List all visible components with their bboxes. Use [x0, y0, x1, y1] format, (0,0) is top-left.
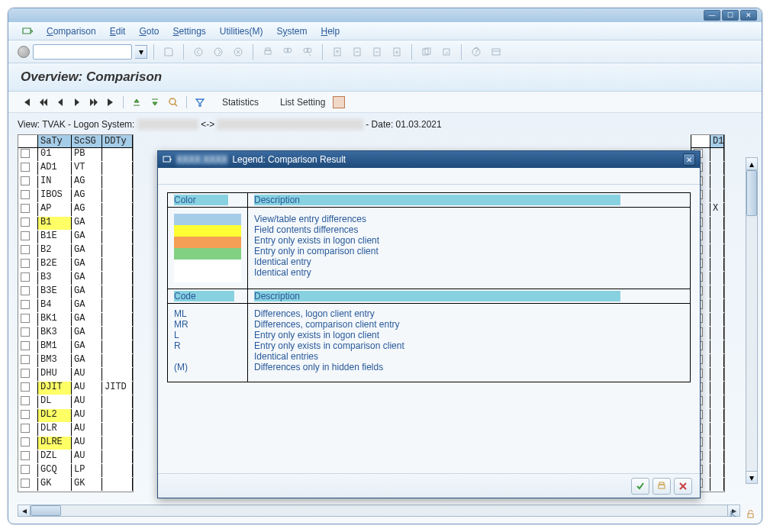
menu-system[interactable]: SystemSystem [276, 26, 307, 37]
fast-back-button[interactable] [37, 96, 50, 108]
list-setting-button[interactable]: List Setting [277, 97, 328, 108]
filter-icon[interactable] [193, 96, 207, 108]
command-field[interactable] [33, 44, 132, 60]
legend-swatch [174, 260, 241, 271]
cell-saty: DL2 [38, 409, 72, 422]
row-checkbox[interactable] [18, 258, 38, 271]
row-checkbox[interactable] [18, 395, 38, 408]
row-checkbox[interactable] [18, 382, 38, 395]
legend-close-button[interactable]: ✕ [683, 153, 695, 166]
table-row[interactable]: DLRAU [18, 423, 133, 437]
row-checkbox[interactable] [18, 148, 38, 161]
table-row[interactable]: APAG [18, 203, 133, 217]
minimize-button[interactable]: — [704, 10, 720, 21]
vscroll-thumb[interactable] [746, 170, 757, 216]
menu-edit[interactable]: EditEdit [110, 26, 126, 37]
row-checkbox[interactable] [18, 327, 38, 340]
next-button[interactable] [71, 96, 83, 108]
table-row[interactable]: BK3GA [18, 327, 133, 340]
row-checkbox[interactable] [18, 340, 38, 353]
table-row[interactable]: BM3GA [18, 354, 133, 368]
col-header-ddty[interactable]: DDTy [102, 135, 133, 147]
table-row[interactable]: DJITAUJITD [18, 382, 133, 395]
sort-asc-icon[interactable] [130, 96, 143, 108]
row-checkbox[interactable] [18, 231, 38, 243]
row-checkbox[interactable] [18, 189, 38, 202]
row-checkbox[interactable] [18, 409, 38, 422]
statistics-button[interactable]: Statistics [219, 97, 262, 108]
close-button[interactable]: ✕ [740, 10, 757, 21]
hscroll-left-button[interactable]: ◂ [18, 505, 31, 516]
table-row[interactable]: GKGK [18, 478, 133, 492]
maximize-button[interactable]: ☐ [722, 10, 739, 21]
table-row[interactable]: DLAU [18, 395, 133, 409]
legend-titlebar[interactable]: XXXX XXXX Legend: Comparison Result ✕ [158, 151, 700, 168]
legend-confirm-button[interactable] [631, 478, 649, 495]
table-row[interactable]: DLREAU [18, 437, 133, 450]
legend-cancel-button[interactable] [674, 478, 692, 495]
list-setting-icon[interactable] [333, 96, 345, 108]
vscroll-up-button[interactable]: ▴ [746, 158, 757, 170]
row-checkbox[interactable] [18, 285, 38, 298]
table-row[interactable]: IBOSAG [18, 189, 133, 203]
table-row[interactable]: B4GA [18, 299, 133, 313]
row-checkbox[interactable] [18, 450, 38, 463]
menu-help[interactable]: HelpHelp [321, 26, 340, 37]
menu-settings[interactable]: SettingsSettings [172, 26, 205, 37]
col-header-scsg[interactable]: ScSG [72, 135, 102, 147]
col-header-d1[interactable]: D1 [710, 135, 724, 147]
menu-dropdown-icon[interactable] [22, 25, 33, 37]
row-checkbox[interactable] [18, 244, 38, 257]
row-checkbox[interactable] [18, 478, 38, 491]
legend-code: (M) [174, 362, 241, 372]
row-checkbox[interactable] [18, 464, 38, 477]
vscroll-down-button[interactable]: ▾ [746, 471, 757, 483]
table-row[interactable]: BK1GA [18, 313, 133, 327]
vertical-scrollbar[interactable]: ▴ ▾ [746, 157, 758, 484]
menu-comparison[interactable]: CComparisonomparison [47, 26, 96, 37]
fast-fwd-button[interactable] [88, 96, 100, 108]
command-dropdown[interactable]: ▾ [135, 45, 147, 59]
row-checkbox[interactable] [18, 176, 38, 189]
table-row[interactable]: B1GA [18, 217, 133, 231]
row-checkbox[interactable] [18, 423, 38, 436]
table-row[interactable]: B2EGA [18, 258, 133, 272]
legend-code: R [174, 340, 241, 351]
prev-button[interactable] [54, 96, 66, 108]
cell-d1 [710, 231, 724, 243]
table-row[interactable]: DL2AU [18, 409, 133, 423]
magnifier-icon[interactable] [166, 96, 180, 108]
row-checkbox[interactable] [18, 272, 38, 285]
row-checkbox[interactable] [18, 203, 38, 216]
row-checkbox[interactable] [18, 299, 38, 312]
hscroll-thumb[interactable] [31, 505, 61, 516]
table-row[interactable]: B1EGA [18, 231, 133, 244]
table-row[interactable]: INAG [18, 176, 133, 189]
last-record-button[interactable] [105, 96, 117, 108]
table-row[interactable]: DZLAU [18, 450, 133, 464]
table-row[interactable]: B3EGA [18, 285, 133, 299]
dialog-menu-icon[interactable] [163, 155, 172, 164]
row-checkbox[interactable] [18, 313, 38, 326]
table-row[interactable]: DHUAU [18, 368, 133, 382]
table-row[interactable]: B3GA [18, 272, 133, 285]
table-row[interactable]: AD1VT [18, 162, 133, 176]
table-row[interactable]: B2GA [18, 244, 133, 258]
menu-goto[interactable]: GotoGoto [139, 26, 159, 37]
first-record-button[interactable] [21, 96, 33, 108]
row-checkbox[interactable] [18, 162, 38, 175]
col-header-saty[interactable]: SaTy [38, 135, 72, 147]
menu-utilities[interactable]: Utilities(M) [220, 26, 263, 37]
row-checkbox[interactable] [18, 368, 38, 381]
legend-print-button[interactable] [652, 478, 671, 495]
table-row[interactable]: 01PB [18, 148, 133, 162]
row-checkbox[interactable] [18, 437, 38, 450]
row-checkbox[interactable] [18, 354, 38, 367]
sort-desc-icon[interactable] [148, 96, 162, 108]
horizontal-scrollbar[interactable]: ◂ ▸ [18, 505, 740, 517]
table-row[interactable]: BM1GA [18, 340, 133, 354]
row-checkbox[interactable] [18, 217, 38, 230]
back-history-icon[interactable] [727, 507, 740, 521]
table-row[interactable]: GCQLP [18, 464, 133, 478]
cell-d1 [710, 272, 724, 285]
